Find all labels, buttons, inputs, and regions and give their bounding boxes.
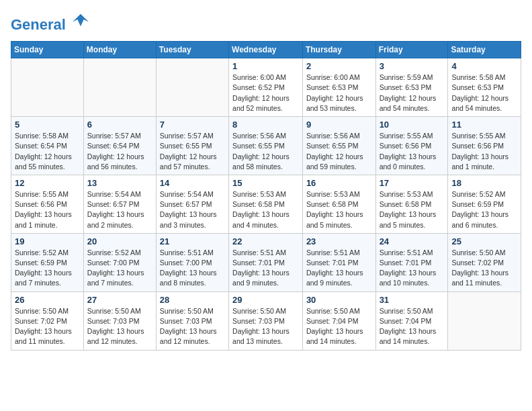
day-number: 3 [380,61,445,71]
day-info: Sunrise: 5:50 AMSunset: 7:04 PMDaylight:… [380,306,445,347]
calendar-cell: 24Sunrise: 5:51 AMSunset: 7:01 PMDayligh… [375,233,448,291]
day-number: 5 [15,120,80,130]
calendar-cell: 6Sunrise: 5:57 AMSunset: 6:54 PMDaylight… [83,117,156,175]
day-number: 15 [232,178,299,188]
calendar-cell: 25Sunrise: 5:50 AMSunset: 7:02 PMDayligh… [448,233,521,291]
calendar-cell: 15Sunrise: 5:53 AMSunset: 6:58 PMDayligh… [229,175,303,233]
calendar-cell: 19Sunrise: 5:52 AMSunset: 6:59 PMDayligh… [11,233,84,291]
day-header-thursday: Thursday [302,42,375,58]
calendar-cell: 7Sunrise: 5:57 AMSunset: 6:55 PMDaylight… [156,117,228,175]
calendar-cell: 17Sunrise: 5:53 AMSunset: 6:58 PMDayligh… [375,175,448,233]
day-number: 13 [87,178,152,188]
day-number: 11 [451,120,517,130]
calendar-cell: 29Sunrise: 5:50 AMSunset: 7:03 PMDayligh… [229,291,303,350]
day-number: 14 [160,178,225,188]
calendar-week-row: 26Sunrise: 5:50 AMSunset: 7:02 PMDayligh… [11,291,521,350]
day-number: 28 [160,295,225,305]
day-header-monday: Monday [83,42,156,58]
day-info: Sunrise: 5:55 AMSunset: 6:56 PMDaylight:… [15,189,80,230]
calendar-cell: 4Sunrise: 5:58 AMSunset: 6:53 PMDaylight… [448,58,521,117]
logo-text: General [11,11,90,33]
day-info: Sunrise: 5:52 AMSunset: 6:59 PMDaylight:… [451,189,517,230]
day-info: Sunrise: 5:53 AMSunset: 6:58 PMDaylight:… [306,189,372,230]
calendar-cell [83,58,156,117]
day-header-wednesday: Wednesday [229,42,303,58]
day-info: Sunrise: 5:57 AMSunset: 6:54 PMDaylight:… [87,131,152,172]
day-number: 19 [15,236,80,246]
day-info: Sunrise: 5:58 AMSunset: 6:53 PMDaylight:… [451,73,517,113]
calendar-cell: 16Sunrise: 5:53 AMSunset: 6:58 PMDayligh… [302,175,375,233]
day-number: 25 [451,236,517,246]
calendar-week-row: 5Sunrise: 5:58 AMSunset: 6:54 PMDaylight… [11,117,521,175]
day-number: 22 [232,236,299,246]
calendar-cell: 26Sunrise: 5:50 AMSunset: 7:02 PMDayligh… [11,291,84,350]
day-info: Sunrise: 5:53 AMSunset: 6:58 PMDaylight:… [232,189,299,230]
day-info: Sunrise: 5:54 AMSunset: 6:57 PMDaylight:… [87,189,152,230]
calendar-header-row: SundayMondayTuesdayWednesdayThursdayFrid… [11,42,521,58]
calendar-cell: 9Sunrise: 5:56 AMSunset: 6:55 PMDaylight… [302,117,375,175]
day-info: Sunrise: 5:50 AMSunset: 7:03 PMDaylight:… [87,306,152,347]
calendar-cell: 31Sunrise: 5:50 AMSunset: 7:04 PMDayligh… [375,291,448,350]
calendar-cell: 28Sunrise: 5:50 AMSunset: 7:03 PMDayligh… [156,291,228,350]
day-number: 18 [451,178,517,188]
day-number: 6 [87,120,152,130]
day-info: Sunrise: 5:52 AMSunset: 7:00 PMDaylight:… [87,248,152,289]
day-number: 4 [451,61,517,71]
day-number: 24 [380,236,445,246]
day-info: Sunrise: 5:50 AMSunset: 7:02 PMDaylight:… [451,248,517,289]
day-info: Sunrise: 6:00 AMSunset: 6:52 PMDaylight:… [232,73,299,113]
day-number: 20 [87,236,152,246]
calendar-cell [11,58,84,117]
day-info: Sunrise: 5:58 AMSunset: 6:54 PMDaylight:… [15,131,80,172]
day-info: Sunrise: 5:56 AMSunset: 6:55 PMDaylight:… [306,131,372,172]
day-number: 29 [232,295,299,305]
calendar-cell: 8Sunrise: 5:56 AMSunset: 6:55 PMDaylight… [229,117,303,175]
day-header-friday: Friday [375,42,448,58]
day-number: 17 [380,178,445,188]
calendar-cell: 3Sunrise: 5:59 AMSunset: 6:53 PMDaylight… [375,58,448,117]
day-number: 23 [306,236,372,246]
day-info: Sunrise: 5:59 AMSunset: 6:53 PMDaylight:… [380,73,445,113]
svg-marker-0 [73,14,89,27]
logo-bird-icon [71,11,90,30]
day-info: Sunrise: 5:56 AMSunset: 6:55 PMDaylight:… [232,131,299,172]
day-number: 31 [380,295,445,305]
day-info: Sunrise: 5:55 AMSunset: 6:56 PMDaylight:… [380,131,445,172]
day-info: Sunrise: 5:55 AMSunset: 6:56 PMDaylight:… [451,131,517,172]
day-info: Sunrise: 6:00 AMSunset: 6:53 PMDaylight:… [306,73,372,113]
page-header: General [11,11,521,33]
day-info: Sunrise: 5:50 AMSunset: 7:03 PMDaylight:… [160,306,225,347]
day-number: 2 [306,61,372,71]
calendar-cell: 5Sunrise: 5:58 AMSunset: 6:54 PMDaylight… [11,117,84,175]
day-info: Sunrise: 5:51 AMSunset: 7:01 PMDaylight:… [232,248,299,289]
day-number: 16 [306,178,372,188]
calendar-cell: 27Sunrise: 5:50 AMSunset: 7:03 PMDayligh… [83,291,156,350]
calendar-cell: 21Sunrise: 5:51 AMSunset: 7:00 PMDayligh… [156,233,228,291]
day-number: 1 [232,61,299,71]
calendar-cell [156,58,228,117]
calendar-week-row: 12Sunrise: 5:55 AMSunset: 6:56 PMDayligh… [11,175,521,233]
day-header-saturday: Saturday [448,42,521,58]
day-info: Sunrise: 5:50 AMSunset: 7:04 PMDaylight:… [306,306,372,347]
day-number: 9 [306,120,372,130]
calendar-cell: 14Sunrise: 5:54 AMSunset: 6:57 PMDayligh… [156,175,228,233]
calendar-cell: 10Sunrise: 5:55 AMSunset: 6:56 PMDayligh… [375,117,448,175]
day-info: Sunrise: 5:51 AMSunset: 7:01 PMDaylight:… [306,248,372,289]
day-info: Sunrise: 5:54 AMSunset: 6:57 PMDaylight:… [160,189,225,230]
calendar-week-row: 1Sunrise: 6:00 AMSunset: 6:52 PMDaylight… [11,58,521,117]
calendar-cell: 30Sunrise: 5:50 AMSunset: 7:04 PMDayligh… [302,291,375,350]
day-info: Sunrise: 5:51 AMSunset: 7:01 PMDaylight:… [380,248,445,289]
logo-general: General [11,16,66,33]
calendar-week-row: 19Sunrise: 5:52 AMSunset: 6:59 PMDayligh… [11,233,521,291]
calendar-cell: 18Sunrise: 5:52 AMSunset: 6:59 PMDayligh… [448,175,521,233]
day-number: 30 [306,295,372,305]
day-number: 8 [232,120,299,130]
logo: General [11,11,90,33]
calendar-cell: 20Sunrise: 5:52 AMSunset: 7:00 PMDayligh… [83,233,156,291]
day-number: 27 [87,295,152,305]
calendar-cell: 11Sunrise: 5:55 AMSunset: 6:56 PMDayligh… [448,117,521,175]
day-info: Sunrise: 5:50 AMSunset: 7:03 PMDaylight:… [232,306,299,347]
calendar-cell: 23Sunrise: 5:51 AMSunset: 7:01 PMDayligh… [302,233,375,291]
calendar-cell: 22Sunrise: 5:51 AMSunset: 7:01 PMDayligh… [229,233,303,291]
calendar-cell: 2Sunrise: 6:00 AMSunset: 6:53 PMDaylight… [302,58,375,117]
